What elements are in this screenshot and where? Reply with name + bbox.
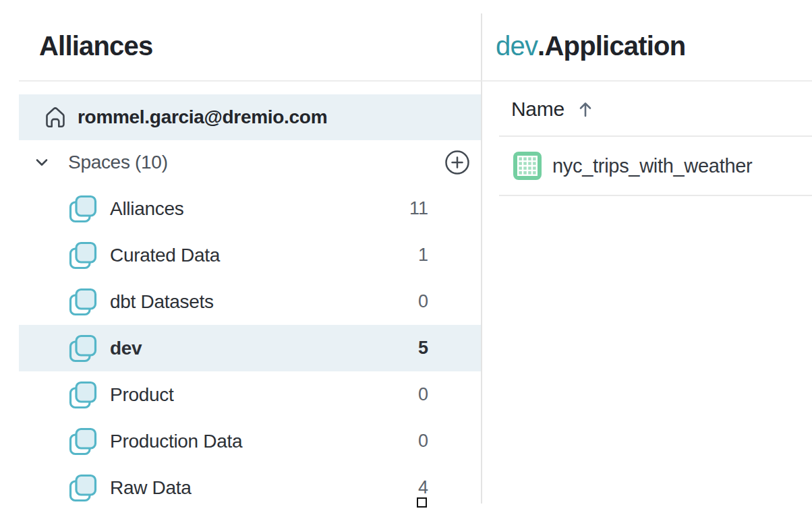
spaces-section-header[interactable]: Spaces (10) — [19, 139, 481, 185]
column-header-label: Name — [511, 98, 564, 121]
left-panel-divider — [19, 80, 481, 82]
home-space-row[interactable]: rommel.garcia@dremio.com — [19, 94, 481, 140]
space-name: dev — [110, 338, 142, 359]
left-panel-title: Alliances — [39, 31, 152, 61]
placeholder-glyph-box — [417, 497, 427, 508]
space-row-dbt-datasets[interactable]: dbt Datasets 0 — [19, 278, 481, 325]
dataset-row-divider — [499, 195, 812, 196]
space-name: dbt Datasets — [110, 291, 214, 313]
space-count: 1 — [418, 245, 428, 266]
spaces-section-label: Spaces (10) — [68, 152, 168, 173]
dataset-browser: dev.Application Name nyc_trips_with_weat… — [482, 0, 812, 519]
space-icon — [67, 286, 98, 317]
space-icon — [67, 426, 98, 457]
space-row-curated-data[interactable]: Curated Data 1 — [19, 232, 481, 278]
space-icon — [67, 240, 98, 271]
space-icon — [67, 472, 98, 503]
space-icon — [67, 193, 98, 224]
space-icon — [67, 333, 98, 364]
space-name: Alliances — [110, 198, 183, 220]
space-row-dev[interactable]: dev 5 — [19, 325, 481, 371]
space-count: 4 — [418, 477, 428, 498]
space-name: Product — [110, 384, 173, 406]
dataset-row[interactable]: nyc_trips_with_weather — [499, 137, 812, 195]
space-row-raw-data[interactable]: Raw Data 4 — [19, 464, 481, 511]
spaces-tree: Spaces (10) Alliances 11 — [19, 139, 481, 511]
space-count: 11 — [409, 198, 428, 219]
space-count: 5 — [418, 338, 428, 359]
space-row-production-data[interactable]: Production Data 0 — [19, 418, 481, 464]
dataset-name: nyc_trips_with_weather — [552, 155, 752, 177]
chevron-down-icon[interactable] — [34, 154, 50, 171]
dataset-table-icon — [513, 151, 542, 181]
space-name: Curated Data — [110, 245, 220, 266]
catalog-sidebar: Alliances rommel.garcia@dremio.com Space… — [0, 0, 481, 519]
space-icon — [67, 379, 98, 410]
add-space-button[interactable] — [444, 149, 471, 176]
home-space-label: rommel.garcia@dremio.com — [78, 106, 327, 128]
column-header-name[interactable]: Name — [511, 93, 594, 125]
breadcrumb: dev.Application — [496, 31, 685, 61]
space-row-product[interactable]: Product 0 — [19, 371, 481, 418]
dremio-catalog-app: Alliances rommel.garcia@dremio.com Space… — [0, 0, 812, 519]
space-name: Raw Data — [110, 477, 192, 499]
space-row-alliances[interactable]: Alliances 11 — [19, 185, 481, 232]
space-name: Production Data — [110, 431, 242, 452]
space-count: 0 — [418, 431, 428, 452]
breadcrumb-current: .Application — [538, 31, 685, 61]
sort-ascending-icon — [577, 99, 594, 119]
space-count: 0 — [418, 384, 428, 405]
space-count: 0 — [418, 291, 428, 312]
breadcrumb-parent-link[interactable]: dev — [496, 31, 538, 61]
home-icon — [42, 104, 69, 131]
right-panel-divider — [482, 80, 812, 82]
